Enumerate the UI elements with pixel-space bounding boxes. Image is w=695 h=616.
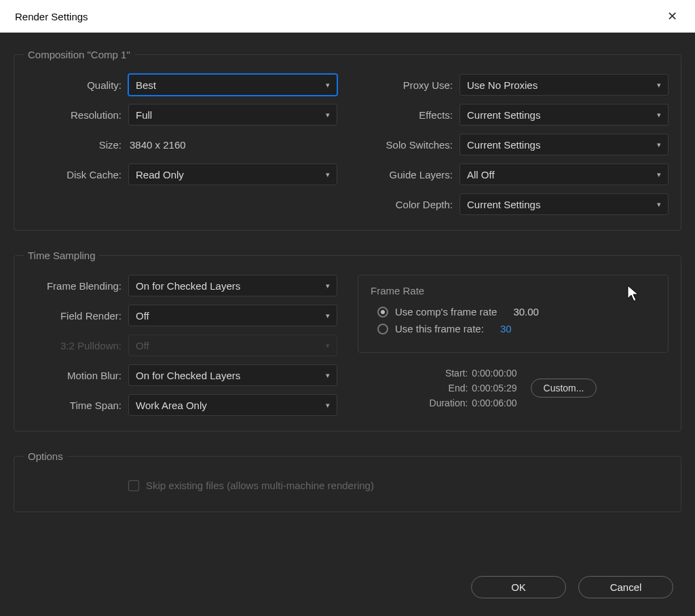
time-sampling-legend: Time Sampling [24,250,99,261]
end-label: End: [449,383,468,393]
use-comp-rate-radio[interactable]: Use comp's frame rate 30.00 [371,306,656,317]
quality-select[interactable]: Best ▾ [128,74,337,96]
solo-switches-select[interactable]: Current Settings ▾ [459,134,669,155]
time-span-select[interactable]: Work Area Only ▾ [128,394,337,416]
chevron-down-icon: ▾ [657,81,661,90]
start-label: Start: [445,368,468,379]
frame-blending-label: Frame Blending: [26,280,121,292]
disk-cache-value: Read Only [136,169,184,180]
color-depth-value: Current Settings [467,199,540,210]
use-comp-rate-value: 30.00 [513,306,539,317]
chevron-down-icon: ▾ [326,401,330,410]
options-group: Options Skip existing files (allows mult… [14,450,681,512]
motion-blur-select[interactable]: On for Checked Layers ▾ [128,364,337,386]
titlebar: Render Settings ✕ [0,0,695,33]
composition-group: Composition "Comp 1" Quality: Best ▾ Res… [14,49,681,231]
composition-left-col: Quality: Best ▾ Resolution: Full ▾ Size:… [26,74,337,215]
quality-value: Best [136,79,156,91]
resolution-value: Full [136,109,152,121]
use-this-rate-label: Use this frame rate: [395,323,484,334]
guide-layers-label: Guide Layers: [358,169,453,180]
custom-button[interactable]: Custom... [531,379,597,398]
chevron-down-icon: ▾ [326,170,330,179]
time-span-label: Time Span: [26,400,121,411]
time-sampling-right-col: Frame Rate Use comp's frame rate 30.00 U… [358,275,669,416]
chevron-down-icon: ▾ [326,341,330,350]
chevron-down-icon: ▾ [657,140,661,149]
window-title: Render Settings [15,11,88,22]
motion-blur-value: On for Checked Layers [136,370,240,381]
pulldown-select: Off ▾ [128,334,337,356]
frame-rate-box: Frame Rate Use comp's frame rate 30.00 U… [358,275,669,353]
effects-value: Current Settings [467,109,540,121]
time-sampling-group: Time Sampling Frame Blending: On for Che… [14,250,681,431]
chevron-down-icon: ▾ [326,111,330,119]
color-depth-select[interactable]: Current Settings ▾ [459,193,669,215]
field-render-label: Field Render: [26,310,121,322]
dialog-body: Composition "Comp 1" Quality: Best ▾ Res… [0,33,695,616]
options-legend: Options [24,450,67,462]
checkbox-icon [128,480,139,491]
size-value: 3840 x 2160 [128,139,186,151]
disk-cache-label: Disk Cache: [26,169,121,180]
frame-rate-title: Frame Rate [371,285,656,296]
field-render-select[interactable]: Off ▾ [128,305,337,326]
composition-legend: Composition "Comp 1" [24,49,134,60]
guide-layers-select[interactable]: All Off ▾ [459,163,669,185]
end-value: 0:00:05:29 [472,383,516,393]
duration-value: 0:00:06:00 [472,398,516,408]
disk-cache-select[interactable]: Read Only ▾ [128,163,337,185]
motion-blur-label: Motion Blur: [26,370,121,381]
pulldown-label: 3:2 Pulldown: [26,340,121,351]
quality-label: Quality: [26,79,121,91]
close-icon[interactable]: ✕ [662,6,683,26]
proxy-select[interactable]: Use No Proxies ▾ [459,74,669,96]
frame-blending-select[interactable]: On for Checked Layers ▾ [128,275,337,296]
radio-icon [377,324,388,334]
guide-layers-value: All Off [467,169,495,180]
solo-switches-label: Solo Switches: [358,139,453,151]
chevron-down-icon: ▾ [326,282,330,290]
radio-icon [377,307,388,317]
chevron-down-icon: ▾ [326,81,330,90]
skip-existing-checkbox: Skip existing files (allows multi-machin… [128,480,669,491]
start-value: 0:00:00:00 [472,368,516,379]
skip-existing-label: Skip existing files (allows multi-machin… [146,480,374,491]
proxy-value: Use No Proxies [467,79,538,91]
use-this-rate-radio[interactable]: Use this frame rate: 30 [371,323,656,334]
color-depth-label: Color Depth: [358,199,453,210]
cancel-button[interactable]: Cancel [578,576,673,598]
chevron-down-icon: ▾ [326,311,330,320]
time-sampling-left-col: Frame Blending: On for Checked Layers ▾ … [26,275,337,416]
chevron-down-icon: ▾ [657,111,661,119]
solo-switches-value: Current Settings [467,139,540,151]
footer: OK Cancel [471,576,673,598]
chevron-down-icon: ▾ [657,200,661,209]
chevron-down-icon: ▾ [657,170,661,179]
ok-button[interactable]: OK [471,576,566,598]
chevron-down-icon: ▾ [326,371,330,380]
time-info: Start: 0:00:00:00 End: 0:00:05:29 Durati… [358,368,669,408]
frame-blending-value: On for Checked Layers [136,280,240,292]
effects-select[interactable]: Current Settings ▾ [459,104,669,126]
use-comp-rate-label: Use comp's frame rate [395,306,497,317]
resolution-select[interactable]: Full ▾ [128,104,337,126]
resolution-label: Resolution: [26,109,121,121]
duration-label: Duration: [430,398,468,408]
pulldown-value: Off [136,340,149,351]
effects-label: Effects: [358,109,453,121]
size-label: Size: [26,139,121,151]
proxy-label: Proxy Use: [358,79,453,91]
use-this-rate-value[interactable]: 30 [500,323,512,334]
time-span-value: Work Area Only [136,400,207,411]
composition-right-col: Proxy Use: Use No Proxies ▾ Effects: Cur… [358,74,669,215]
field-render-value: Off [136,310,149,322]
